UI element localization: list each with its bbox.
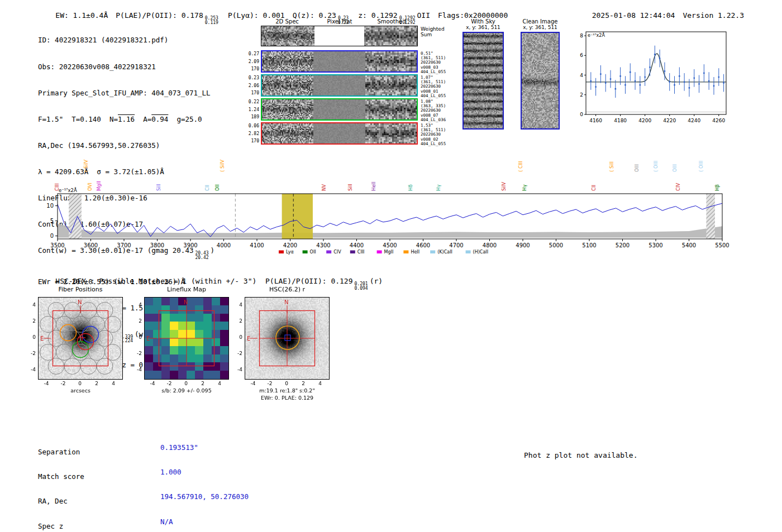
legend-swatch [350, 251, 355, 254]
fiber-row-annotation: 1.08"(363, 335)20220630v008_07404_LL_036 [421, 99, 446, 122]
x-tick-label: 4160 [589, 118, 602, 123]
fiber-pixel-flat-image [313, 123, 365, 143]
with-sky-image [462, 32, 504, 130]
data-point [619, 75, 621, 77]
emission-line-label: SiII [347, 184, 353, 191]
emission-line-label: Hγ [522, 185, 527, 191]
fiber-circle-blue [83, 327, 99, 343]
x-tick-label: 3600 [84, 242, 98, 248]
emission-line-label: OVI [87, 183, 93, 191]
emission-line-label: ( SiII [609, 161, 614, 172]
x-tick-label: 4500 [383, 242, 397, 248]
fiber-circle [89, 344, 105, 361]
full-spectrum-plot: 0510350036003700380039004000410042004300… [0, 146, 782, 263]
x-tick-label: 5000 [549, 242, 563, 248]
legend-swatch [326, 251, 331, 254]
data-point [644, 76, 646, 78]
x-tick-label: 3500 [50, 242, 64, 248]
legend-label: HeII [411, 250, 419, 255]
weighted-sum-row [261, 26, 418, 46]
fiber-smoothed-image [365, 75, 417, 95]
clean-image [521, 32, 560, 130]
fiber-circle [40, 317, 56, 333]
emission-line-label: ( OIII [653, 161, 659, 172]
legend-label: MgII [384, 250, 394, 255]
fiber-circle [56, 344, 73, 361]
fiber-circle [97, 330, 113, 347]
data-point [723, 82, 724, 84]
cutout-caption: EWr: 0. PLAE: 0.129 [239, 395, 335, 401]
y-tick-label: 0 [580, 112, 583, 117]
y-tick-label: 10 [46, 203, 54, 209]
info-line-obs: Obs: 20220630v008_4022918321 [38, 63, 214, 71]
y-tick-label: 2 [232, 318, 242, 324]
fiber-row: 0.232.06170 1.07"(361, 511)20220630v008_… [261, 74, 418, 97]
masked-region [69, 194, 82, 239]
emission-line-label: OIII [672, 164, 678, 172]
fiber-circle-orange [60, 325, 77, 341]
emission-line-label: ( OIII [698, 161, 704, 172]
data-point [635, 80, 636, 82]
north-label: N [284, 299, 288, 305]
info-line-primary: Primary Spec_Slot_IFU_AMP: 404_073_071_L… [38, 89, 214, 98]
y-tick-label: -2 [132, 351, 142, 356]
col-title-smoothed: Smoothed [365, 18, 418, 25]
data-point [590, 80, 592, 82]
x-tick-label: -2 [164, 381, 174, 386]
emission-line-label: Hβ [714, 184, 720, 191]
clean-image-panel: Clean Image x, y: 361, 511 [516, 18, 564, 130]
x-tick-label: 2 [198, 381, 208, 386]
plot-frame [586, 32, 726, 114]
fiber-pixel-flat-image [313, 99, 365, 119]
x-tick-label: 4300 [316, 242, 330, 248]
legend-swatch [430, 251, 435, 254]
legend-label: CIII [357, 250, 365, 255]
fiber-smoothed-image [365, 99, 417, 119]
data-point [605, 82, 607, 84]
y-tick-label: 0 [132, 334, 142, 340]
y-tick-label: 4 [26, 302, 36, 308]
elixer-report-page: EW: 1.1±0.4ÅP(LAE)/P(OII): 0.1780.2530.1… [0, 0, 782, 532]
cutout-xlabel: arcsecs [32, 387, 128, 394]
y-tick-label: 2 [132, 318, 142, 324]
legend-label: (K)CaII [437, 250, 452, 255]
emission-line-label: CIV [675, 183, 681, 191]
east-label: E [40, 336, 44, 342]
x-tick-label: 4220 [663, 118, 676, 123]
fiber-circle [105, 344, 121, 361]
match-field-value: 0.193513" [160, 444, 249, 452]
match-field-value: 1.000 [160, 468, 249, 477]
legend-label: OII [310, 250, 316, 255]
x-tick-label: 0 [181, 381, 191, 386]
match-table-labels: Separation Match score RA, Dec Spec z Ph… [38, 432, 101, 532]
data-point [639, 84, 641, 86]
fiber-2d-spec-image [262, 123, 313, 143]
fiber-circle [105, 317, 121, 333]
y-tick-label: 2 [580, 92, 583, 98]
cutout-caption: m:19.1 re:1.8" s:0.2" [239, 387, 335, 394]
y-axis-label: e⁻¹⁷x2Å [588, 32, 605, 38]
emission-line-label: NV [321, 184, 327, 191]
fiber-smoothed-image [365, 51, 417, 71]
fiber-row: 0.062.82170 1.53"(361, 511)20220630v008_… [261, 122, 418, 145]
data-point [610, 78, 612, 80]
data-point [713, 85, 715, 87]
fiber-positions-cutout: Fiber Positions NE arcsecs -4-4-2-200224… [25, 285, 136, 405]
x-tick-label: 4800 [483, 242, 497, 248]
fiber-2d-spec-image [262, 75, 313, 95]
y-tick-label: 4 [232, 302, 242, 308]
data-point [693, 77, 695, 79]
fiber-pixel-flat-image [313, 51, 365, 71]
y-tick-label: -4 [26, 367, 36, 372]
x-tick-label: 4 [108, 381, 118, 386]
cutout-title: Lineflux Map [144, 286, 229, 293]
x-tick-label: 3900 [183, 242, 197, 248]
y-tick-label: 0 [50, 233, 54, 239]
legend-swatch [403, 251, 408, 254]
data-point [595, 86, 597, 88]
x-tick-label: 3800 [150, 242, 164, 248]
fiber-row-weights: 0.221.24189 [246, 99, 259, 119]
lineflux-map-overlay: NE [145, 298, 228, 379]
match-field-label: Spec z [38, 523, 101, 531]
fiber-2d-spec-image [262, 51, 313, 71]
